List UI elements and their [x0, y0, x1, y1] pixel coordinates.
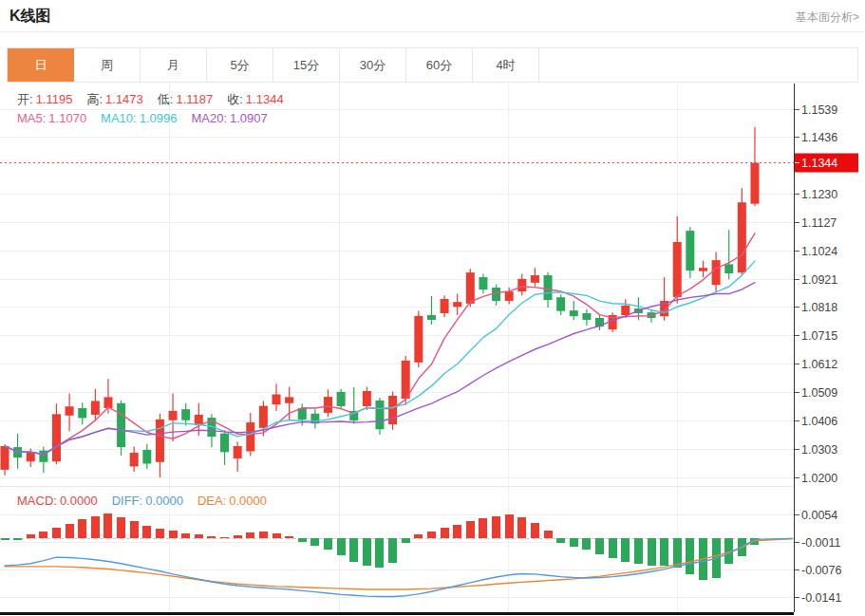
tab-15min[interactable]: 15分 — [273, 48, 340, 82]
axis-tick-label: 1.1127 — [801, 216, 837, 230]
axis-tick-label: 1.0303 — [801, 443, 837, 457]
kline-chart-canvas[interactable]: 1.1344 1.15391.14361.12301.11271.10241.0… — [0, 0, 865, 616]
axis-tick-label: 1.0715 — [801, 329, 837, 343]
axis-tick-label: 1.1024 — [801, 245, 837, 258]
axis-tick-label: 1.0921 — [801, 273, 837, 287]
axis-tick-label: 0.0054 — [801, 509, 837, 522]
last-price-marker: 1.1344 — [0, 154, 858, 173]
axis-tick-label: 1.0200 — [801, 472, 837, 485]
candles-layer — [1, 127, 760, 477]
axis-tick-label: 1.1230 — [801, 188, 837, 201]
tab-day[interactable]: 日 — [8, 48, 74, 82]
tab-week[interactable]: 周 — [74, 48, 141, 82]
axis-tick-label: -0.0141 — [801, 591, 841, 605]
axis-tick-label: -0.0011 — [801, 536, 841, 550]
axis-tick-label: 1.1539 — [801, 103, 837, 117]
tab-5min[interactable]: 5分 — [207, 48, 273, 82]
interval-tabbar: 日周月5分15分30分60分4时 — [7, 47, 858, 83]
axis-tick-label: 1.1436 — [801, 131, 837, 144]
axis-tick-label: 1.0818 — [801, 301, 837, 314]
tab-30min[interactable]: 30分 — [340, 48, 406, 82]
axis-tick-label: 1.0406 — [801, 415, 837, 428]
header-divider — [0, 31, 865, 32]
axis-tick-label: 1.0509 — [801, 386, 837, 400]
fundamental-analysis-link[interactable]: 基本面分析> — [796, 9, 859, 26]
tab-4hour[interactable]: 4时 — [473, 48, 539, 82]
page-title: K线图 — [9, 7, 51, 27]
tab-60min[interactable]: 60分 — [406, 48, 473, 82]
axis-tick-label: 1.0612 — [801, 358, 837, 371]
axis-tick-label: -0.0076 — [801, 564, 841, 577]
tab-month[interactable]: 月 — [141, 48, 207, 82]
last-price-badge: 1.1344 — [801, 157, 837, 170]
